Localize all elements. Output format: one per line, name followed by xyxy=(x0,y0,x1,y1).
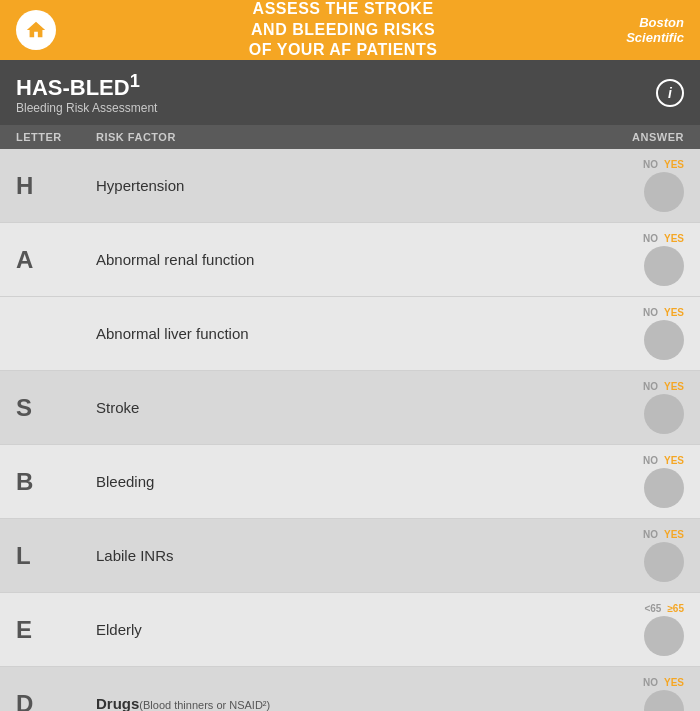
toggle-no-label: NO xyxy=(643,529,658,540)
info-button[interactable]: i xyxy=(656,79,684,107)
row-toggle[interactable]: NOYES xyxy=(584,677,684,711)
table-row: EElderly<65≥65 xyxy=(0,593,700,667)
toggle-no-label: NO xyxy=(643,159,658,170)
app-header: ASSESS THE STROKE AND BLEEDING RISKS OF … xyxy=(0,0,700,60)
home-button[interactable] xyxy=(16,10,56,50)
toggle-knob[interactable] xyxy=(644,690,684,711)
toggle-yes-label: YES xyxy=(664,381,684,392)
row-toggle[interactable]: NOYES xyxy=(584,307,684,360)
toggle-yes-label: YES xyxy=(664,233,684,244)
brand-logo: Boston Scientific xyxy=(626,15,684,45)
toggle-no-label: NO xyxy=(643,455,658,466)
toggle-no-label: NO xyxy=(643,381,658,392)
col-answer: ANSWER xyxy=(584,131,684,143)
row-toggle[interactable]: NOYES xyxy=(584,529,684,582)
toggle-yes-label: ≥65 xyxy=(667,603,684,614)
toggle-yes-label: YES xyxy=(664,455,684,466)
toggle-no-label: NO xyxy=(643,677,658,688)
row-toggle[interactable]: NOYES xyxy=(584,159,684,212)
brand-name-top: Boston xyxy=(639,15,684,30)
toggle-knob[interactable] xyxy=(644,172,684,212)
row-letter: A xyxy=(16,246,96,274)
title-bar: HAS-BLED1 Bleeding Risk Assessment i xyxy=(0,60,700,125)
toggle-yes-label: YES xyxy=(664,529,684,540)
toggle-knob[interactable] xyxy=(644,468,684,508)
risk-table: HHypertensionNOYESAAbnormal renal functi… xyxy=(0,149,700,711)
toggle-knob[interactable] xyxy=(644,320,684,360)
page-title: HAS-BLED1 xyxy=(16,70,157,101)
row-risk-factor: Elderly xyxy=(96,621,584,638)
row-toggle[interactable]: NOYES xyxy=(584,381,684,434)
table-row: LLabile INRsNOYES xyxy=(0,519,700,593)
toggle-yes-label: YES xyxy=(664,159,684,170)
row-letter: D xyxy=(16,690,96,711)
table-row: Abnormal liver functionNOYES xyxy=(0,297,700,371)
row-letter: L xyxy=(16,542,96,570)
header-title: ASSESS THE STROKE AND BLEEDING RISKS OF … xyxy=(72,0,614,61)
col-letter: LETTER xyxy=(16,131,96,143)
row-letter: B xyxy=(16,468,96,496)
row-risk-factor: Stroke xyxy=(96,399,584,416)
row-risk-factor: Abnormal renal function xyxy=(96,251,584,268)
table-row: DDrugs(Blood thinners or NSAID²)NOYES xyxy=(0,667,700,711)
row-letter: S xyxy=(16,394,96,422)
toggle-knob[interactable] xyxy=(644,246,684,286)
row-letter: E xyxy=(16,616,96,644)
toggle-yes-label: YES xyxy=(664,677,684,688)
table-row: SStrokeNOYES xyxy=(0,371,700,445)
toggle-knob[interactable] xyxy=(644,542,684,582)
table-row: BBleedingNOYES xyxy=(0,445,700,519)
page-subtitle: Bleeding Risk Assessment xyxy=(16,101,157,115)
toggle-knob[interactable] xyxy=(644,616,684,656)
row-risk-factor: Labile INRs xyxy=(96,547,584,564)
col-risk-factor: RISK FACTOR xyxy=(96,131,584,143)
row-toggle[interactable]: NOYES xyxy=(584,455,684,508)
row-risk-factor: Abnormal liver function xyxy=(96,325,584,342)
row-letter: H xyxy=(16,172,96,200)
brand-name-bottom: Scientific xyxy=(626,30,684,45)
toggle-yes-label: YES xyxy=(664,307,684,318)
home-icon xyxy=(25,19,47,41)
row-risk-factor: Bleeding xyxy=(96,473,584,490)
toggle-knob[interactable] xyxy=(644,394,684,434)
table-row: AAbnormal renal functionNOYES xyxy=(0,223,700,297)
column-headers: LETTER RISK FACTOR ANSWER xyxy=(0,125,700,149)
row-toggle[interactable]: NOYES xyxy=(584,233,684,286)
row-toggle[interactable]: <65≥65 xyxy=(584,603,684,656)
toggle-no-label: <65 xyxy=(644,603,661,614)
table-row: HHypertensionNOYES xyxy=(0,149,700,223)
row-risk-factor: Drugs(Blood thinners or NSAID²) xyxy=(96,695,584,711)
toggle-no-label: NO xyxy=(643,233,658,244)
title-bar-left: HAS-BLED1 Bleeding Risk Assessment xyxy=(16,70,157,115)
toggle-no-label: NO xyxy=(643,307,658,318)
row-risk-factor: Hypertension xyxy=(96,177,584,194)
